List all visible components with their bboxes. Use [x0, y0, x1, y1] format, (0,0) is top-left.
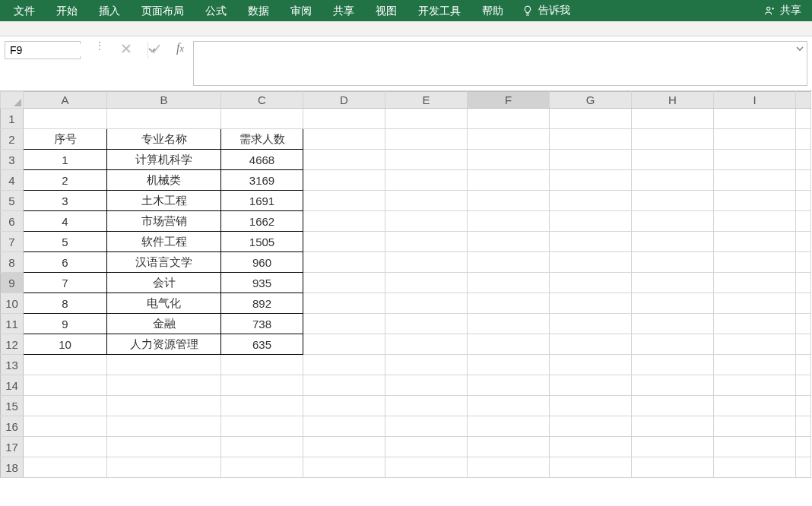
cell-E3[interactable] [385, 150, 468, 170]
cell-F3[interactable] [468, 150, 550, 170]
cell-I4[interactable] [714, 170, 796, 191]
cell-F16[interactable] [468, 416, 550, 437]
cell-G2[interactable] [550, 129, 632, 150]
row-header-1[interactable]: 1 [1, 109, 24, 129]
cell-C7[interactable]: 1505 [221, 232, 303, 252]
cell-H13[interactable] [632, 355, 714, 375]
cell-F18[interactable] [468, 457, 550, 478]
cell-C9[interactable]: 935 [221, 273, 303, 293]
cell-D5[interactable] [303, 191, 385, 211]
cell-E8[interactable] [385, 252, 468, 273]
row-header-3[interactable]: 3 [1, 150, 24, 170]
cell-I5[interactable] [714, 191, 796, 211]
cell-F4[interactable] [468, 170, 550, 191]
row-header-7[interactable]: 7 [1, 232, 24, 252]
cell-C11[interactable]: 738 [221, 314, 303, 334]
cell-E2[interactable] [385, 129, 468, 150]
row-header-8[interactable]: 8 [1, 252, 24, 273]
cell-I3[interactable] [714, 150, 796, 170]
cell-B16[interactable] [107, 416, 221, 437]
tab-insert[interactable]: 插入 [88, 0, 131, 21]
formula-bar-input[interactable] [193, 41, 807, 86]
cell-F9[interactable] [468, 273, 550, 293]
cell-D1[interactable] [303, 109, 385, 129]
tab-data[interactable]: 数据 [237, 0, 280, 21]
cell-B17[interactable] [107, 437, 221, 457]
cell-G18[interactable] [550, 457, 632, 478]
cell-I9[interactable] [714, 273, 796, 293]
row-header-12[interactable]: 12 [1, 334, 24, 355]
cell-E1[interactable] [385, 109, 468, 129]
cell-E10[interactable] [385, 293, 468, 314]
row-header-13[interactable]: 13 [1, 355, 24, 375]
cell-D17[interactable] [303, 437, 385, 457]
cell-D9[interactable] [303, 273, 385, 293]
cell-E12[interactable] [385, 334, 468, 355]
cell-F5[interactable] [468, 191, 550, 211]
column-header-I[interactable]: I [714, 92, 796, 109]
cell-F12[interactable] [468, 334, 550, 355]
cell-C12[interactable]: 635 [221, 334, 303, 355]
cell-D15[interactable] [303, 396, 385, 416]
cell-B7[interactable]: 软件工程 [107, 232, 221, 252]
row-header-15[interactable]: 15 [1, 396, 24, 416]
cell-B3[interactable]: 计算机科学 [107, 150, 221, 170]
cell-B10[interactable]: 电气化 [107, 293, 221, 314]
cell-A8[interactable]: 6 [24, 252, 107, 273]
cell-B13[interactable] [107, 355, 221, 375]
cell-C5[interactable]: 1691 [221, 191, 303, 211]
column-header-E[interactable]: E [385, 92, 468, 109]
cell-F2[interactable] [468, 129, 550, 150]
cell-F8[interactable] [468, 252, 550, 273]
cell-F13[interactable] [468, 355, 550, 375]
cell-C10[interactable]: 892 [221, 293, 303, 314]
formula-bar-options-icon[interactable]: ⋮ [94, 41, 105, 50]
tab-review[interactable]: 审阅 [280, 0, 322, 21]
cell-H6[interactable] [632, 211, 714, 232]
column-header-D[interactable]: D [303, 92, 385, 109]
cell-B9[interactable]: 会计 [107, 273, 221, 293]
row-header-16[interactable]: 16 [1, 416, 24, 437]
row-header-10[interactable]: 10 [1, 293, 24, 314]
cell-I1[interactable] [714, 109, 796, 129]
cell-I14[interactable] [714, 375, 796, 396]
enter-formula-button[interactable] [147, 41, 163, 56]
cell-B2[interactable]: 专业名称 [107, 129, 221, 150]
row-header-5[interactable]: 5 [1, 191, 24, 211]
cell-A10[interactable]: 8 [24, 293, 107, 314]
cell-A4[interactable]: 2 [24, 170, 107, 191]
cell-D6[interactable] [303, 211, 385, 232]
column-header-B[interactable]: B [107, 92, 221, 109]
cell-A15[interactable] [24, 396, 107, 416]
cell-D7[interactable] [303, 232, 385, 252]
cell-C4[interactable]: 3169 [221, 170, 303, 191]
cell-C14[interactable] [221, 375, 303, 396]
cell-C6[interactable]: 1662 [221, 211, 303, 232]
cell-B15[interactable] [107, 396, 221, 416]
cell-C2[interactable]: 需求人数 [221, 129, 303, 150]
cell-I6[interactable] [714, 211, 796, 232]
cell-H14[interactable] [632, 375, 714, 396]
cell-D12[interactable] [303, 334, 385, 355]
cell-H16[interactable] [632, 416, 714, 437]
cell-E16[interactable] [385, 416, 468, 437]
cell-F15[interactable] [468, 396, 550, 416]
fx-icon[interactable]: fx [176, 41, 192, 55]
cell-A12[interactable]: 10 [24, 334, 107, 355]
cell-A18[interactable] [24, 457, 107, 478]
cell-H4[interactable] [632, 170, 714, 191]
row-header-4[interactable]: 4 [1, 170, 24, 191]
cell-A3[interactable]: 1 [24, 150, 107, 170]
name-box[interactable] [5, 41, 81, 59]
cell-B12[interactable]: 人力资源管理 [107, 334, 221, 355]
cell-I13[interactable] [714, 355, 796, 375]
cell-E14[interactable] [385, 375, 468, 396]
cell-H18[interactable] [632, 457, 714, 478]
cell-A11[interactable]: 9 [24, 314, 107, 334]
cell-I16[interactable] [714, 416, 796, 437]
cell-G7[interactable] [550, 232, 632, 252]
cell-E17[interactable] [385, 437, 468, 457]
row-header-2[interactable]: 2 [1, 129, 24, 150]
row-header-9[interactable]: 9 [1, 273, 24, 293]
cell-D14[interactable] [303, 375, 385, 396]
